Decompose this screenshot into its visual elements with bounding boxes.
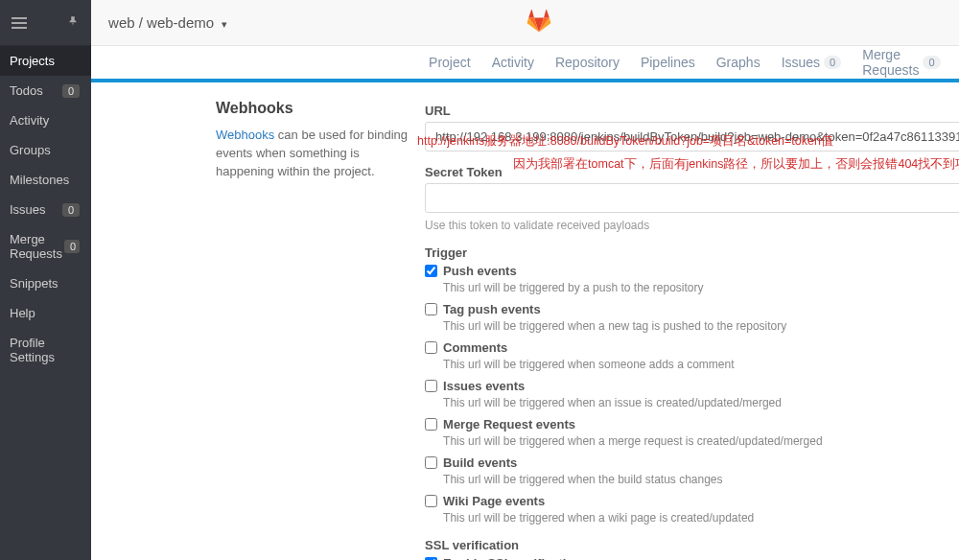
gitlab-logo[interactable]	[526, 9, 551, 36]
main: web / web-demo ▾ Th ProjectActivityRepos…	[91, 0, 959, 560]
trigger-hint: This url will be triggered when an issue…	[443, 396, 959, 409]
trigger-checkbox[interactable]	[425, 380, 437, 392]
sidebar-item-todos[interactable]: Todos0	[0, 76, 91, 105]
trigger-checkbox[interactable]	[425, 495, 437, 507]
trigger-hint: This url will be triggered by a push to …	[443, 281, 959, 294]
trigger-item: Wiki Page eventsThis url will be trigger…	[425, 494, 959, 525]
trigger-item: CommentsThis url will be triggered when …	[425, 340, 959, 371]
sidebar-item-projects[interactable]: Projects	[0, 46, 91, 76]
secret-token-hint: Use this token to validate received payl…	[425, 219, 959, 232]
trigger-label: Trigger	[425, 245, 959, 260]
trigger-item: Push eventsThis url will be triggered by…	[425, 264, 959, 294]
secret-token-label: Secret Token	[425, 165, 959, 179]
trigger-label: Tag push events	[443, 302, 541, 316]
breadcrumb-sep: /	[135, 14, 148, 31]
sidebar-item-snippets[interactable]: Snippets	[0, 268, 91, 298]
section-heading: Webhooks Webhooks can be used for bindin…	[216, 100, 408, 537]
tab-pipelines[interactable]: Pipelines	[641, 55, 695, 70]
sidebar-item-label: Activity	[10, 113, 49, 128]
trigger-item: Issues eventsThis url will be triggered …	[425, 379, 959, 409]
trigger-checkbox[interactable]	[425, 456, 437, 469]
page-description: Webhooks can be used for binding events …	[216, 127, 408, 181]
trigger-hint: This url will be triggered when a merge …	[443, 434, 959, 448]
trigger-label: Push events	[443, 264, 517, 278]
url-input[interactable]	[425, 122, 959, 152]
trigger-hint: This url will be triggered when the buil…	[443, 473, 959, 486]
trigger-label: Comments	[443, 340, 507, 355]
sidebar-item-label: Merge Requests	[10, 232, 64, 261]
tab-activity[interactable]: Activity	[492, 55, 534, 70]
breadcrumb-project[interactable]: web-demo	[147, 14, 214, 31]
sidebar-badge: 0	[62, 203, 80, 217]
sidebar-item-profile-settings[interactable]: Profile Settings	[0, 328, 91, 372]
pin-icon[interactable]	[66, 14, 80, 31]
sidebar-item-label: Projects	[10, 54, 55, 68]
trigger-item: Build eventsThis url will be triggered w…	[425, 455, 959, 486]
url-label: URL	[425, 104, 959, 118]
tab-count: 0	[824, 56, 841, 69]
sidebar-item-label: Help	[10, 306, 35, 320]
sidebar-topbar	[0, 0, 91, 46]
trigger-checkbox[interactable]	[425, 265, 437, 277]
sidebar-item-help[interactable]: Help	[0, 298, 91, 328]
secret-token-input[interactable]	[425, 183, 959, 213]
content: Webhooks Webhooks can be used for bindin…	[91, 82, 959, 560]
trigger-label: Wiki Page events	[443, 494, 545, 508]
sidebar-badge: 0	[64, 240, 80, 253]
sidebar-item-milestones[interactable]: Milestones	[0, 165, 91, 195]
tab-issues[interactable]: Issues0	[782, 55, 842, 70]
ssl-label: Enable SSL verification	[443, 556, 581, 560]
chevron-down-icon[interactable]: ▾	[222, 18, 227, 30]
tab-graphs[interactable]: Graphs	[716, 55, 760, 70]
tab-project[interactable]: Project	[429, 55, 471, 70]
sidebar-item-issues[interactable]: Issues0	[0, 195, 91, 224]
sidebar-item-label: Snippets	[10, 276, 58, 291]
sidebar: ProjectsTodos0ActivityGroupsMilestonesIs…	[0, 0, 91, 560]
trigger-label: Build events	[443, 455, 517, 470]
breadcrumb: web / web-demo ▾	[108, 14, 227, 31]
tab-count: 0	[923, 56, 940, 69]
trigger-item: Tag push eventsThis url will be triggere…	[425, 302, 959, 333]
sidebar-item-label: Groups	[10, 143, 51, 157]
form: URL Secret Token Use this token to valid…	[425, 100, 959, 537]
sidebar-badge: 0	[62, 84, 80, 98]
trigger-label: Merge Request events	[443, 417, 575, 432]
tab-merge-requests[interactable]: Merge Requests0	[862, 47, 940, 78]
trigger-hint: This url will be triggered when a new ta…	[443, 319, 959, 333]
ssl-heading: SSL verification	[425, 538, 959, 552]
topbar: web / web-demo ▾ Th	[91, 0, 959, 46]
sidebar-item-label: Profile Settings	[10, 336, 80, 364]
sidebar-item-activity[interactable]: Activity	[0, 105, 91, 135]
trigger-hint: This url will be triggered when someone …	[443, 358, 959, 371]
trigger-checkbox[interactable]	[425, 341, 437, 354]
tab-repository[interactable]: Repository	[555, 55, 620, 70]
sidebar-item-groups[interactable]: Groups	[0, 135, 91, 165]
sidebar-item-label: Issues	[10, 202, 46, 217]
hamburger-icon[interactable]	[12, 17, 27, 29]
trigger-hint: This url will be triggered when a wiki p…	[443, 511, 959, 525]
sidebar-item-label: Milestones	[10, 173, 69, 187]
page-title: Webhooks	[216, 100, 408, 117]
webhooks-link[interactable]: Webhooks	[216, 128, 274, 142]
tabbar: ProjectActivityRepositoryPipelinesGraphs…	[91, 46, 959, 79]
sidebar-item-label: Todos	[10, 83, 43, 98]
trigger-label: Issues events	[443, 379, 525, 393]
trigger-item: Merge Request eventsThis url will be tri…	[425, 417, 959, 448]
sidebar-item-merge-requests[interactable]: Merge Requests0	[0, 224, 91, 268]
breadcrumb-group[interactable]: web	[108, 14, 135, 31]
trigger-checkbox[interactable]	[425, 418, 437, 431]
trigger-checkbox[interactable]	[425, 303, 437, 315]
